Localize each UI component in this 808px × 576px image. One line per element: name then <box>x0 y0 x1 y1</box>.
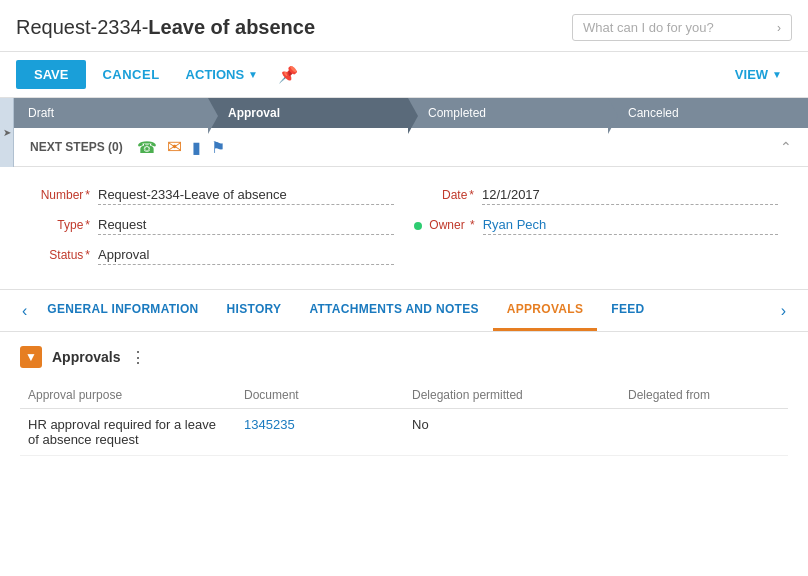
status-row: Status Approval <box>30 247 394 265</box>
owner-label: Owner <box>414 218 475 232</box>
tab-list: GENERAL INFORMATION HISTORY ATTACHMENTS … <box>33 290 774 331</box>
title-suffix: Leave of absence <box>148 16 315 38</box>
col-header-delegated-from: Delegated from <box>620 382 788 409</box>
side-tab[interactable]: ➤ <box>0 98 14 167</box>
workflow-section: ➤ Draft Approval Completed Canceled NEXT… <box>0 98 808 167</box>
approvals-menu-icon[interactable]: ⋮ <box>130 348 148 367</box>
table-row: HR approval required for a leave of abse… <box>20 409 788 456</box>
tab-general-information[interactable]: GENERAL INFORMATION <box>33 290 212 331</box>
progress-bar: Draft Approval Completed Canceled <box>14 98 808 128</box>
owner-value[interactable]: Ryan Pech <box>483 217 778 235</box>
view-label: VIEW <box>735 67 768 82</box>
search-placeholder: What can I do for you? <box>583 20 714 35</box>
page-title: Request-2334-Leave of absence <box>16 16 315 39</box>
col-header-document: Document <box>236 382 404 409</box>
cell-document[interactable]: 1345235 <box>236 409 404 456</box>
approvals-title: Approvals <box>52 349 120 365</box>
side-tab-icon: ➤ <box>3 127 11 138</box>
col-header-delegation: Delegation permitted <box>404 382 620 409</box>
type-label: Type <box>30 218 90 232</box>
tab-approvals[interactable]: APPROVALS <box>493 290 598 331</box>
number-value: Request-2334-Leave of absence <box>98 187 394 205</box>
form-section: Number Request-2334-Leave of absence Typ… <box>0 167 808 290</box>
progress-step-canceled[interactable]: Canceled <box>608 98 808 128</box>
toolbar: SAVE CANCEL ACTIONS ▼ 📌 VIEW ▼ <box>0 52 808 98</box>
approvals-table: Approval purpose Document Delegation per… <box>20 382 788 456</box>
chat-icon[interactable]: ▮ <box>192 138 201 157</box>
email-icon[interactable]: ✉ <box>167 136 182 158</box>
type-value: Request <box>98 217 394 235</box>
date-value: 12/1/2017 <box>482 187 778 205</box>
approvals-collapse-icon[interactable]: ▼ <box>20 346 42 368</box>
save-button[interactable]: SAVE <box>16 60 86 89</box>
view-button[interactable]: VIEW ▼ <box>725 60 792 89</box>
tab-attachments-and-notes[interactable]: ATTACHMENTS AND NOTES <box>295 290 492 331</box>
cell-delegation: No <box>404 409 620 456</box>
next-steps-label: NEXT STEPS (0) <box>30 140 123 154</box>
approvals-section: ▼ Approvals ⋮ Approval purpose Document … <box>0 332 808 470</box>
tab-history[interactable]: HISTORY <box>213 290 296 331</box>
col-header-purpose: Approval purpose <box>20 382 236 409</box>
tab-feed[interactable]: FEED <box>597 290 658 331</box>
number-row: Number Request-2334-Leave of absence <box>30 187 394 205</box>
cell-delegated-from <box>620 409 788 456</box>
actions-label: ACTIONS <box>186 67 245 82</box>
table-header-row: Approval purpose Document Delegation per… <box>20 382 788 409</box>
view-dropdown-icon: ▼ <box>772 69 782 80</box>
number-label: Number <box>30 188 90 202</box>
status-value: Approval <box>98 247 394 265</box>
phone-icon[interactable]: ☎ <box>137 138 157 157</box>
tabs-next-button[interactable]: › <box>775 292 792 330</box>
search-box[interactable]: What can I do for you? › <box>572 14 792 41</box>
date-row: Date 12/1/2017 <box>414 187 778 205</box>
progress-step-completed[interactable]: Completed <box>408 98 608 128</box>
pin-icon[interactable]: 📌 <box>278 65 298 84</box>
page-header: Request-2334-Leave of absence What can I… <box>0 0 808 52</box>
approvals-header: ▼ Approvals ⋮ <box>20 346 788 368</box>
search-chevron-icon: › <box>777 21 781 35</box>
progress-step-approval[interactable]: Approval <box>208 98 408 128</box>
collapse-icon[interactable]: ⌃ <box>780 139 792 155</box>
tabs-prev-button[interactable]: ‹ <box>16 292 33 330</box>
owner-indicator <box>414 222 422 230</box>
form-grid: Number Request-2334-Leave of absence Typ… <box>30 187 778 265</box>
flag-icon[interactable]: ⚑ <box>211 138 225 157</box>
owner-row: Owner Ryan Pech <box>414 217 778 235</box>
actions-button[interactable]: ACTIONS ▼ <box>176 60 268 89</box>
status-label: Status <box>30 248 90 262</box>
actions-dropdown-icon: ▼ <box>248 69 258 80</box>
type-row: Type Request <box>30 217 394 235</box>
date-label: Date <box>414 188 474 202</box>
cell-purpose: HR approval required for a leave of abse… <box>20 409 236 456</box>
tabs-container: ‹ GENERAL INFORMATION HISTORY ATTACHMENT… <box>0 290 808 332</box>
progress-step-draft[interactable]: Draft <box>14 98 208 128</box>
cancel-button[interactable]: CANCEL <box>92 60 169 89</box>
